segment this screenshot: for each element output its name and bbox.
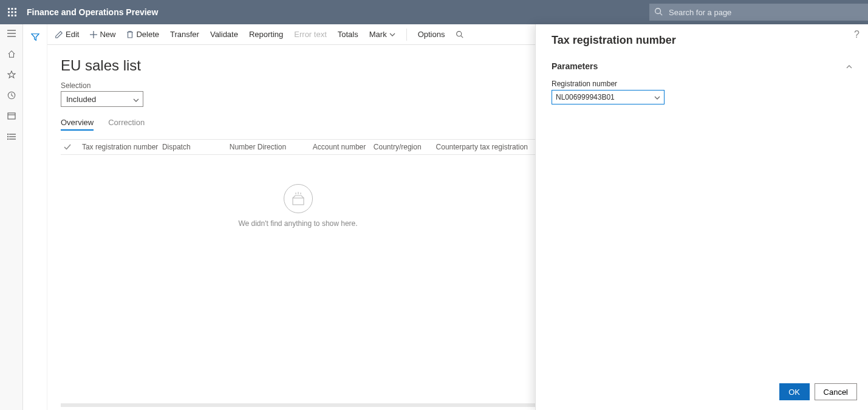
selection-dropdown[interactable]: Included <box>61 91 143 107</box>
error-text-button: Error text <box>294 30 326 39</box>
panel-title: Tax registration number <box>552 34 852 47</box>
svg-point-25 <box>457 32 462 36</box>
plus-icon <box>90 31 97 38</box>
parameters-section-header[interactable]: Parameters <box>552 61 852 71</box>
tab-correction[interactable]: Correction <box>108 118 145 131</box>
selection-label: Selection <box>61 81 535 90</box>
cancel-button[interactable]: Cancel <box>815 383 857 400</box>
panel-footer: OK Cancel <box>779 383 857 400</box>
side-panel: ? Tax registration number Parameters Reg… <box>535 24 868 410</box>
totals-button[interactable]: Totals <box>338 30 358 39</box>
tab-overview[interactable]: Overview <box>61 118 94 131</box>
svg-line-26 <box>461 36 463 38</box>
top-header: Finance and Operations Preview <box>0 0 868 24</box>
grid-empty-state: We didn't find anything to show here. <box>61 155 535 228</box>
chevron-down-icon <box>389 33 395 36</box>
clock-icon[interactable] <box>6 90 17 101</box>
filter-rail <box>23 24 47 410</box>
search-input[interactable] <box>649 4 868 21</box>
filter-icon[interactable] <box>31 33 39 43</box>
svg-rect-6 <box>8 15 10 16</box>
modules-icon[interactable] <box>6 131 17 142</box>
tab-strip: Overview Correction <box>61 118 535 131</box>
edit-label: Edit <box>66 30 79 39</box>
app-title: Finance and Operations Preview <box>27 7 158 17</box>
waffle-icon[interactable] <box>0 0 24 24</box>
delete-button[interactable]: Delete <box>126 30 159 39</box>
svg-rect-3 <box>8 12 10 13</box>
svg-point-22 <box>7 139 8 140</box>
workspace-icon[interactable] <box>6 111 17 121</box>
col-country[interactable]: Country/region <box>366 143 429 151</box>
chevron-up-icon <box>846 62 852 70</box>
svg-rect-1 <box>12 8 13 10</box>
svg-line-10 <box>660 13 663 16</box>
svg-point-21 <box>7 137 8 137</box>
delete-label: Delete <box>136 30 159 39</box>
totals-label: Totals <box>338 30 358 39</box>
select-all-check-icon[interactable] <box>61 144 75 150</box>
options-button[interactable]: Options <box>418 30 445 39</box>
search-action-button[interactable] <box>456 30 463 38</box>
reporting-label: Reporting <box>249 30 283 39</box>
grid-header-row: Tax registration number Dispatch Number … <box>61 139 535 155</box>
mark-button[interactable]: Mark <box>369 30 395 39</box>
mark-label: Mark <box>369 30 387 39</box>
svg-rect-8 <box>15 15 16 16</box>
chevron-down-icon <box>133 95 139 104</box>
col-direction[interactable]: Direction <box>250 143 306 151</box>
action-bar: Edit New Delete Transfer Validate Report… <box>47 24 535 45</box>
svg-point-9 <box>655 9 661 14</box>
svg-rect-4 <box>12 12 13 13</box>
pencil-icon <box>55 30 63 39</box>
svg-rect-5 <box>15 12 16 13</box>
col-account[interactable]: Account number <box>306 143 366 151</box>
parameters-label: Parameters <box>552 61 598 71</box>
edit-button[interactable]: Edit <box>55 30 79 39</box>
star-icon[interactable] <box>6 69 17 80</box>
registration-number-input[interactable]: NL006999943B01 <box>552 90 665 104</box>
col-tax-reg[interactable]: Tax registration number <box>75 143 155 151</box>
main-content: Edit New Delete Transfer Validate Report… <box>47 24 535 410</box>
search-icon <box>654 7 663 18</box>
registration-number-value: NL006999943B01 <box>556 93 615 101</box>
svg-rect-7 <box>12 15 13 16</box>
hamburger-icon[interactable] <box>6 28 17 39</box>
trash-icon <box>126 30 134 39</box>
reporting-button[interactable]: Reporting <box>249 30 283 39</box>
empty-illustration-icon <box>284 184 313 213</box>
help-icon[interactable]: ? <box>854 29 859 40</box>
home-icon[interactable] <box>6 49 17 60</box>
nav-rail <box>0 24 23 410</box>
ok-button[interactable]: OK <box>779 383 810 400</box>
svg-rect-2 <box>15 8 16 10</box>
new-label: New <box>100 30 115 39</box>
validate-button[interactable]: Validate <box>210 30 238 39</box>
new-button[interactable]: New <box>90 30 115 39</box>
registration-number-label: Registration number <box>552 80 852 88</box>
empty-message: We didn't find anything to show here. <box>61 219 535 228</box>
selection-value: Included <box>66 95 96 104</box>
svg-rect-0 <box>8 8 10 10</box>
page-title: EU sales list <box>61 57 535 74</box>
svg-rect-15 <box>8 113 15 119</box>
validate-label: Validate <box>210 30 238 39</box>
separator <box>406 29 407 41</box>
error-text-label: Error text <box>294 30 326 39</box>
col-dispatch[interactable]: Dispatch <box>155 143 222 151</box>
transfer-label: Transfer <box>170 30 199 39</box>
horizontal-scrollbar[interactable] <box>61 403 535 407</box>
col-counterparty[interactable]: Counterparty tax registration <box>429 143 535 151</box>
transfer-button[interactable]: Transfer <box>170 30 199 39</box>
svg-rect-27 <box>293 198 304 205</box>
svg-point-20 <box>7 134 8 135</box>
options-label: Options <box>418 30 445 39</box>
chevron-down-icon[interactable] <box>654 93 660 101</box>
col-number[interactable]: Number <box>222 143 250 151</box>
